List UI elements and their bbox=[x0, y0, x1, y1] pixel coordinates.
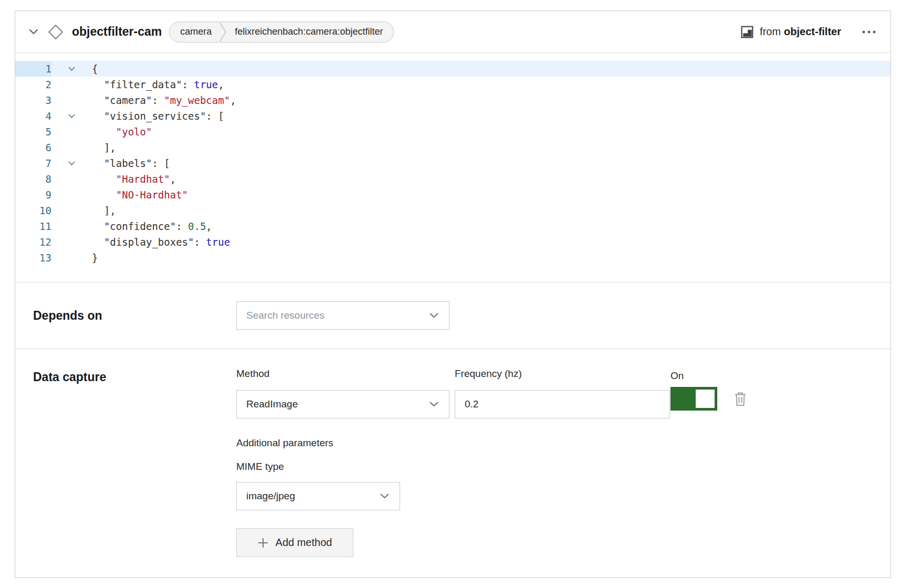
code-text: "NO-Hardhat" bbox=[92, 187, 188, 203]
fold-gutter-spacer bbox=[51, 92, 92, 108]
add-method-button[interactable]: Add method bbox=[236, 528, 353, 557]
code-text: "filter_data": true, bbox=[92, 77, 224, 92]
fold-gutter-spacer bbox=[51, 250, 92, 266]
breadcrumb-chevron-icon bbox=[219, 22, 227, 42]
overflow-menu-icon[interactable] bbox=[862, 30, 877, 34]
plus-icon bbox=[258, 538, 268, 548]
code-line[interactable]: 2 "filter_data": true, bbox=[15, 77, 890, 92]
code-text: "display_boxes": true bbox=[92, 234, 230, 250]
resource-type-model-badge: camera felixreichenbach:camera:objectfil… bbox=[169, 22, 394, 43]
depends-on-search-select[interactable]: Search resources bbox=[236, 301, 449, 330]
depends-on-label: Depends on bbox=[33, 309, 102, 323]
line-number: 10 bbox=[15, 203, 51, 218]
line-number: 13 bbox=[15, 250, 51, 266]
line-number: 3 bbox=[15, 92, 51, 108]
mime-type-label: MIME type bbox=[236, 461, 284, 472]
code-line[interactable]: 12 "display_boxes": true bbox=[15, 234, 890, 250]
code-line[interactable]: 10 ], bbox=[15, 203, 890, 218]
code-text: "Hardhat", bbox=[92, 171, 176, 187]
fold-gutter-spacer bbox=[51, 203, 92, 218]
resource-type-badge: camera bbox=[170, 26, 219, 37]
fold-chevron-icon[interactable] bbox=[51, 155, 92, 171]
resource-name: objectfilter-cam bbox=[72, 25, 162, 39]
fold-gutter-spacer bbox=[51, 140, 92, 155]
code-text: "vision_services": [ bbox=[92, 108, 224, 124]
toggle-knob bbox=[696, 390, 715, 408]
code-line[interactable]: 8 "Hardhat", bbox=[15, 171, 890, 187]
code-line[interactable]: 4 "vision_services": [ bbox=[15, 108, 890, 124]
code-line[interactable]: 7 "labels": [ bbox=[15, 155, 890, 171]
frequency-label: Frequency (hz) bbox=[455, 368, 522, 380]
fold-chevron-icon[interactable] bbox=[51, 108, 92, 124]
line-number: 11 bbox=[15, 218, 51, 234]
capture-on-toggle[interactable] bbox=[670, 387, 717, 411]
frequency-value: 0.2 bbox=[465, 398, 478, 410]
fold-gutter-spacer bbox=[51, 124, 92, 140]
code-editor[interactable]: 1{2 "filter_data": true,3 "camera": "my_… bbox=[15, 53, 890, 282]
line-number: 2 bbox=[15, 77, 51, 92]
fold-gutter-spacer bbox=[51, 218, 92, 234]
on-label: On bbox=[670, 370, 684, 382]
collapse-chevron-icon[interactable] bbox=[29, 29, 38, 35]
fold-gutter-spacer bbox=[51, 171, 92, 187]
code-text: ], bbox=[92, 140, 116, 155]
line-number: 5 bbox=[15, 124, 51, 140]
code-line[interactable]: 3 "camera": "my_webcam", bbox=[15, 92, 890, 108]
method-label: Method bbox=[236, 368, 269, 380]
fold-gutter-spacer bbox=[51, 77, 92, 92]
fold-gutter-spacer bbox=[51, 187, 92, 203]
header-right: from object-filter bbox=[741, 26, 877, 38]
fold-gutter-spacer bbox=[51, 234, 92, 250]
camera-resource-diamond-icon bbox=[47, 23, 65, 41]
mime-type-value: image/jpeg bbox=[246, 490, 295, 502]
code-line[interactable]: 11 "confidence": 0.5, bbox=[15, 218, 890, 234]
trash-icon[interactable] bbox=[734, 391, 747, 407]
code-text: } bbox=[92, 250, 98, 266]
line-number: 6 bbox=[15, 140, 51, 155]
chevron-down-icon bbox=[380, 494, 389, 499]
from-module-text: from object-filter bbox=[760, 26, 841, 38]
code-line[interactable]: 5 "yolo" bbox=[15, 124, 890, 140]
line-number: 8 bbox=[15, 171, 51, 187]
line-number: 4 bbox=[15, 108, 51, 124]
method-select[interactable]: ReadImage bbox=[236, 390, 449, 418]
line-number: 9 bbox=[15, 187, 51, 203]
code-text: "confidence": 0.5, bbox=[92, 218, 212, 234]
line-number: 12 bbox=[15, 234, 51, 250]
resource-config-card: objectfilter-cam camera felixreichenbach… bbox=[15, 10, 891, 578]
resource-model-badge: felixreichenbach:camera:objectfilter bbox=[227, 26, 393, 37]
search-resources-placeholder: Search resources bbox=[246, 310, 324, 321]
code-text: { bbox=[92, 61, 98, 77]
module-name: object-filter bbox=[784, 26, 841, 38]
module-icon bbox=[741, 26, 753, 38]
frequency-input[interactable]: 0.2 bbox=[455, 390, 670, 418]
code-line[interactable]: 9 "NO-Hardhat" bbox=[15, 187, 890, 203]
line-number: 7 bbox=[15, 155, 51, 171]
code-text: "yolo" bbox=[92, 124, 152, 140]
code-text: "labels": [ bbox=[92, 155, 170, 171]
depends-on-section: Depends on Search resources bbox=[15, 282, 890, 349]
mime-type-select[interactable]: image/jpeg bbox=[236, 482, 400, 510]
code-line[interactable]: 6 ], bbox=[15, 140, 890, 155]
additional-parameters-label: Additional parameters bbox=[236, 437, 333, 449]
line-number: 1 bbox=[15, 61, 51, 77]
chevron-down-icon bbox=[429, 402, 438, 407]
fold-chevron-icon[interactable] bbox=[51, 61, 92, 77]
code-text: ], bbox=[92, 203, 116, 218]
method-value: ReadImage bbox=[246, 398, 298, 410]
card-header: objectfilter-cam camera felixreichenbach… bbox=[15, 11, 890, 53]
data-capture-section: Data capture Method ReadImage Frequency … bbox=[15, 349, 890, 578]
code-line[interactable]: 13} bbox=[15, 250, 890, 266]
chevron-down-icon bbox=[429, 313, 438, 318]
add-method-label: Add method bbox=[276, 537, 332, 549]
code-text: "camera": "my_webcam", bbox=[92, 92, 236, 108]
code-line[interactable]: 1{ bbox=[15, 61, 890, 77]
data-capture-label: Data capture bbox=[33, 370, 106, 384]
